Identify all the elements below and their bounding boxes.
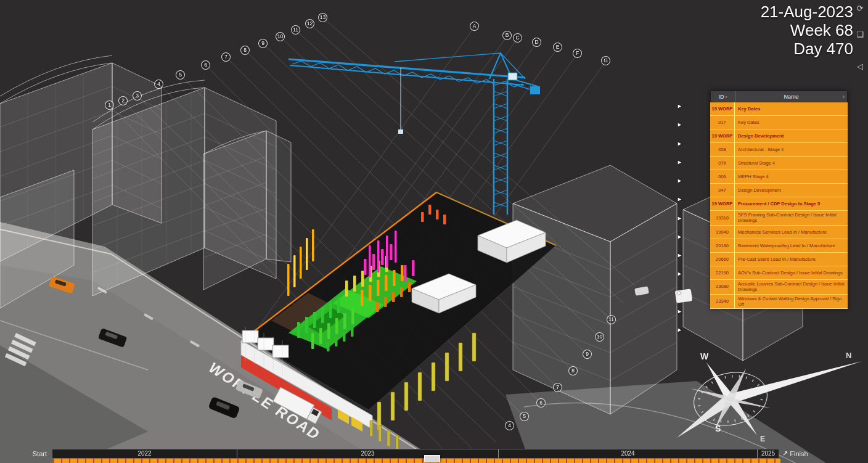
grid-bubble-letter: A [470, 22, 479, 31]
milestone-arrow-icon: ► [677, 141, 682, 147]
task-row[interactable]: 20660Pre-Cast Stairs Lead In / Manufactu… [710, 253, 848, 266]
grid-bubble-number: 7 [553, 383, 562, 392]
milestone-arrow-icon: ► [677, 178, 682, 184]
milestone-arrow-icon: ► [677, 253, 682, 258]
milestone-arrow-icon: ► [677, 327, 682, 333]
milestone-arrow-icon: ► [677, 290, 682, 296]
compass-east-label: E [760, 435, 765, 443]
timeline-years[interactable]: 2022 2023 2024 2025 [52, 449, 779, 459]
timeline-playhead[interactable] [424, 455, 440, 462]
grid-bubble-number: 10 [276, 32, 285, 41]
grid-bubble-number: 1 [105, 100, 114, 110]
task-row[interactable]: 23080Acoustic Louvres Sub-Contract Desig… [710, 280, 848, 295]
grid-bubble-number: 7 [221, 52, 231, 62]
grid-bubble-number: 4 [154, 80, 163, 89]
task-table-body: 19 WORPKey Dates 017Key Dates 19 WORPDes… [710, 102, 848, 309]
viewport-3d[interactable]: WORPLE ROAD [0, 0, 868, 463]
grid-bubble-number: 3 [133, 91, 142, 100]
task-row[interactable]: 22190AOV's Sub-Contract Design / Issue I… [710, 266, 848, 280]
grid-bubble-number: 11 [291, 25, 300, 35]
task-row[interactable]: 19310SFS Framing Sub-Contract Design / I… [710, 211, 848, 226]
task-row[interactable]: 047Design Development [710, 184, 848, 197]
orbit-icon[interactable]: ⟳ [854, 4, 866, 13]
task-row[interactable]: 19 WORPDesign Development [710, 129, 848, 143]
chevron-right-icon: › [843, 94, 845, 100]
task-row[interactable]: 20180Basement Waterproofing Lead In / Ma… [710, 239, 848, 253]
grid-bubble-number: 8 [568, 366, 578, 375]
milestone-arrow-icon: ► [677, 234, 682, 240]
grid-bubble-number: 11 [607, 315, 616, 324]
grid-bubble-number: 12 [305, 19, 314, 28]
grid-bubble-letter: C [513, 33, 522, 43]
milestone-arrow-icon: ► [677, 216, 682, 221]
grid-bubble-number: 9 [258, 39, 268, 48]
grid-bubble-letter: B [502, 31, 512, 40]
grid-bubble-letter: D [532, 38, 541, 47]
task-row[interactable]: 23340Windows & Curtain Walling Design Ap… [710, 295, 848, 309]
timeline-year-2025[interactable]: 2025 [758, 449, 779, 458]
compass-west-label: W [700, 351, 709, 361]
milestone-arrow-icon: ► [677, 309, 682, 314]
layers-icon[interactable]: ❏ [854, 30, 866, 39]
grid-bubble-letter: E [553, 43, 562, 52]
grid-bubble-letter: F [573, 49, 582, 58]
task-table-header: ID › Name › [710, 91, 848, 102]
task-row[interactable]: 006MEPH Stage 4 [710, 170, 848, 184]
hud-day: Day 470 [761, 39, 853, 58]
collapse-icon[interactable]: ◁ [854, 62, 866, 71]
finish-arrow-icon: ↗ [782, 449, 788, 457]
compass-north-label: N [846, 351, 851, 360]
chevron-right-icon: › [726, 94, 727, 100]
task-row[interactable]: 19 WORPProcurement / CDP Design to Stage… [710, 197, 848, 211]
task-row[interactable]: 19 WORPKey Dates [710, 102, 848, 116]
timeline-start-label: Start [0, 450, 52, 457]
milestone-arrow-icon: ► [677, 104, 682, 109]
compass-south-label: S [715, 424, 721, 433]
timeline-year-2023[interactable]: 2023 [237, 449, 499, 458]
milestone-arrow-icon: ► [677, 160, 682, 165]
task-row[interactable]: 058Architectural - Stage 4 [710, 143, 848, 157]
timeline-year-2024[interactable]: 2024 [499, 449, 758, 458]
column-header-name[interactable]: Name › [735, 91, 847, 102]
milestone-arrow-icon: ► [677, 271, 682, 277]
grid-bubble-number: 9 [583, 350, 592, 359]
task-row[interactable]: 076Structural Stage 4 [710, 157, 848, 170]
milestone-arrow-icon: ► [677, 122, 682, 128]
task-row[interactable]: 017Key Dates [710, 116, 848, 129]
grid-bubble-letter: G [601, 56, 610, 65]
task-table-panel: ID › Name › 19 WORPKey Dates 017Key Date… [710, 91, 848, 309]
grid-bubble-number: 6 [201, 60, 210, 70]
grid-bubble-number: 5 [176, 70, 185, 80]
grid-bubble-number: 10 [595, 332, 604, 342]
task-row[interactable]: 19940Mechanical Services Lead In / Manuf… [710, 226, 848, 239]
playback-hud: 21-Aug-2023 Week 68 Day 470 [761, 2, 853, 58]
timeline-task-strip[interactable] [53, 459, 780, 463]
grid-bubble-number: 13 [318, 13, 327, 22]
timeline-finish-label: Finish [790, 450, 808, 457]
column-header-id[interactable]: ID › [711, 91, 735, 102]
grid-bubble-number: 4 [505, 421, 514, 430]
grid-bubble-number: 6 [536, 398, 546, 408]
milestone-arrows: ► ► ► ► ► ► ► ► ► ► ► ► ► [677, 104, 682, 333]
hud-date: 21-Aug-2023 [761, 2, 853, 21]
grid-bubble-number: 8 [240, 46, 250, 55]
timeline-year-2022[interactable]: 2022 [52, 449, 237, 458]
grid-bubble-number: 2 [118, 96, 128, 105]
hud-week: Week 68 [761, 21, 853, 39]
grid-bubble-number: 5 [520, 412, 529, 421]
milestone-arrow-icon: ► [677, 197, 682, 202]
